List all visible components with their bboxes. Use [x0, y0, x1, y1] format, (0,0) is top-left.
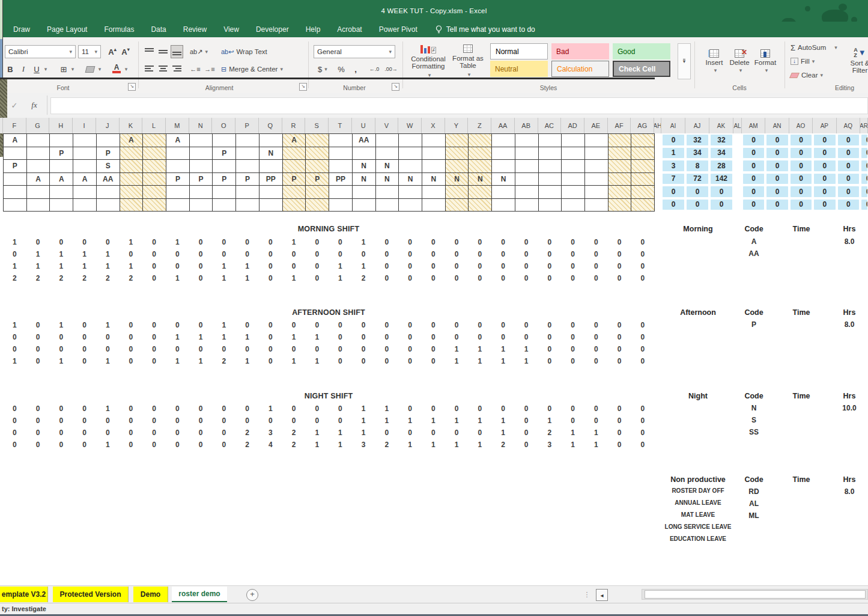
shift-count-cell[interactable]: 0 [608, 332, 631, 342]
roster-cell-AA-r2[interactable] [491, 147, 515, 160]
roster-cell-AE-r1[interactable] [584, 133, 609, 147]
shift-count-cell[interactable]: 1 [468, 344, 491, 354]
shift-count-cell[interactable]: 0 [422, 320, 445, 330]
column-header-L[interactable]: L [142, 118, 166, 133]
shift-count-cell[interactable]: 0 [631, 344, 654, 354]
roster-cell-V-r6[interactable] [375, 198, 399, 212]
roster-cell-H-r4[interactable]: A [49, 172, 73, 186]
summary-cell-AJ-r1[interactable]: 32 [686, 134, 709, 146]
roster-cell-S-r6[interactable] [305, 198, 329, 212]
column-header-AE[interactable]: AE [584, 118, 608, 133]
shift-count-cell[interactable]: 0 [398, 344, 422, 354]
roster-cell-N-r6[interactable] [189, 198, 213, 212]
shift-count-cell[interactable]: 1 [352, 237, 375, 247]
shift-count-cell[interactable]: 0 [398, 428, 422, 438]
summary-cell-AR-sliver-r4[interactable]: 0 [861, 173, 868, 185]
roster-cell-AA-r1[interactable] [491, 133, 515, 147]
roster-cell-L-r6[interactable] [142, 198, 166, 212]
roster-cell-O-r5[interactable] [212, 185, 236, 199]
roster-cell-N-r2[interactable] [189, 147, 213, 160]
shift-count-cell[interactable]: 0 [73, 428, 96, 438]
shift-count-cell[interactable]: 1 [491, 356, 515, 366]
shift-count-cell[interactable]: 0 [120, 320, 143, 330]
shift-count-cell[interactable]: 0 [329, 332, 352, 342]
summary-cell-AI-r1[interactable]: 0 [662, 134, 685, 146]
shift-count-cell[interactable]: 0 [3, 404, 26, 413]
roster-cell-R-r3[interactable] [282, 159, 306, 173]
summary-cell-AJ-r4[interactable]: 72 [686, 173, 709, 185]
roster-cell-Q-r3[interactable] [259, 159, 283, 173]
shift-count-cell[interactable]: 1 [584, 428, 608, 438]
column-header-Q[interactable]: Q [259, 118, 282, 133]
roster-cell-AB-r5[interactable] [515, 185, 539, 199]
shift-count-cell[interactable]: 0 [468, 332, 491, 342]
shift-count-cell[interactable]: 1 [259, 404, 282, 413]
roster-cell-Z-r5[interactable] [468, 185, 492, 199]
shift-count-cell[interactable]: 1 [561, 428, 584, 438]
shift-count-cell[interactable]: 0 [375, 428, 399, 438]
shift-count-cell[interactable]: 0 [142, 249, 166, 259]
shift-count-cell[interactable]: 0 [352, 344, 375, 354]
shift-count-cell[interactable]: 2 [49, 273, 73, 283]
roster-cell-U-r1[interactable]: AA [352, 133, 376, 147]
roster-cell-AC-r6[interactable] [538, 198, 562, 212]
shift-count-cell[interactable]: 0 [73, 344, 96, 354]
shift-count-cell[interactable]: 0 [608, 249, 631, 259]
shift-count-cell[interactable]: 1 [282, 237, 306, 247]
roster-cell-R-r5[interactable] [282, 185, 306, 199]
summary-cell-AK-r2[interactable]: 34 [710, 147, 733, 159]
roster-cell-S-r3[interactable] [305, 159, 329, 173]
shift-count-cell[interactable]: 1 [3, 261, 26, 271]
shift-count-cell[interactable]: 0 [375, 249, 399, 259]
roster-cell-X-r5[interactable] [422, 185, 446, 199]
shift-count-cell[interactable]: 0 [561, 249, 584, 259]
summary-cell-AM-r6[interactable]: 0 [742, 199, 765, 211]
column-header-AM[interactable]: AM [742, 118, 765, 133]
non-productive-hours-value[interactable]: 8.0 [831, 487, 867, 496]
roster-cell-Z-r6[interactable] [468, 198, 492, 212]
roster-cell-AB-r2[interactable] [515, 147, 539, 160]
roster-cell-AC-r2[interactable] [538, 147, 562, 160]
shift-count-cell[interactable]: 0 [584, 344, 608, 354]
shift-count-cell[interactable]: 0 [305, 404, 329, 413]
shift-count-cell[interactable]: 0 [212, 416, 235, 425]
scroll-left-button[interactable]: ◂ [596, 589, 608, 601]
shift-count-cell[interactable]: 0 [329, 344, 352, 354]
roster-cell-AA-r3[interactable] [491, 159, 515, 173]
shift-count-cell[interactable]: 0 [120, 404, 143, 413]
shift-count-cell[interactable]: 0 [422, 428, 445, 438]
shift-count-cell[interactable]: 2 [538, 428, 562, 438]
shift-count-cell[interactable]: 1 [189, 332, 213, 342]
roster-cell-X-r6[interactable] [422, 198, 446, 212]
roster-cell-Z-r3[interactable] [468, 159, 492, 173]
shift-count-cell[interactable]: 0 [305, 261, 329, 271]
shift-count-cell[interactable]: 0 [538, 344, 562, 354]
column-header-M[interactable]: M [166, 118, 189, 133]
shift-count-cell[interactable]: 0 [189, 428, 213, 438]
summary-cell-AQ-r6[interactable]: 0 [837, 199, 860, 211]
shift-count-cell[interactable]: 0 [375, 261, 399, 271]
shift-count-cell[interactable]: 1 [305, 356, 329, 366]
legend-code-value[interactable]: SS [729, 428, 779, 436]
shift-count-cell[interactable]: 0 [73, 440, 96, 450]
shift-count-cell[interactable]: 0 [631, 237, 654, 247]
column-header-AK[interactable]: AK [709, 118, 733, 133]
shift-count-cell[interactable]: 0 [445, 428, 469, 438]
summary-cell-AP-r5[interactable]: 0 [813, 186, 836, 198]
shift-count-cell[interactable]: 0 [189, 416, 213, 425]
shift-count-cell[interactable]: 0 [49, 440, 73, 450]
roster-cell-Q-r4[interactable]: PP [259, 172, 283, 186]
shift-count-cell[interactable]: 1 [96, 320, 120, 330]
summary-cell-AN-r1[interactable]: 0 [766, 134, 788, 146]
shift-count-cell[interactable]: 0 [49, 237, 73, 247]
shift-count-cell[interactable]: 0 [329, 249, 352, 259]
roster-cell-AD-r2[interactable] [561, 147, 585, 160]
shift-count-cell[interactable]: 0 [259, 332, 282, 342]
shift-count-cell[interactable]: 0 [26, 237, 50, 247]
shift-count-cell[interactable]: 1 [96, 440, 120, 450]
roster-cell-AE-r3[interactable] [584, 159, 609, 173]
column-header-AG[interactable]: AG [631, 118, 654, 133]
roster-cell-T-r1[interactable] [329, 133, 353, 147]
shift-count-cell[interactable]: 0 [96, 416, 120, 425]
shift-count-cell[interactable]: 0 [329, 404, 352, 413]
